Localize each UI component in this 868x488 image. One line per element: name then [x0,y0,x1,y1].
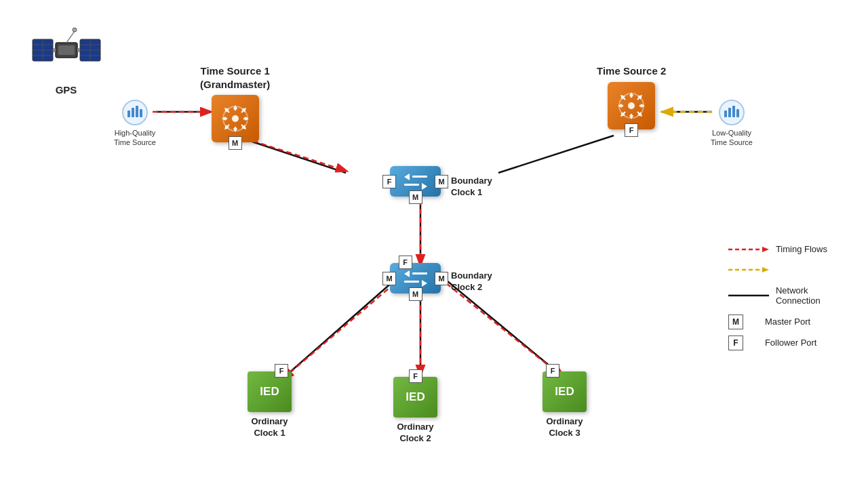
ts1-sync-icon [220,104,250,134]
bc1-box: F M M [390,166,441,197]
svg-line-11 [283,283,395,378]
svg-marker-76 [762,247,769,252]
ts2-f-port: F [625,123,638,137]
hq-signal-label: High-QualityTime Source [114,128,156,148]
bc2-label: BoundaryClock 2 [451,270,492,293]
bc2-m-port-bottom: M [409,287,422,301]
legend-solid-line [728,291,769,300]
svg-rect-27 [77,48,80,52]
legend-timing-flows-label: Timing Flows [776,244,827,254]
legend-follower-port: F Follower Port [728,338,827,348]
boundary-clock-1-node: F M M BoundaryClock 1 [390,166,441,197]
svg-rect-34 [140,109,142,117]
diagram-container: GPS High-QualityTime Source Low-QualityT… [0,0,868,488]
gps-label: GPS [56,83,77,97]
ied-oc1-label: OrdinaryClock 1 [251,416,288,439]
lq-signal-icon [719,100,745,125]
bc2-f-port-top: F [399,256,412,269]
svg-rect-32 [132,108,134,117]
bc1-icon [404,174,427,190]
bc1-m-port-right: M [435,175,448,188]
svg-rect-26 [53,48,56,52]
ied-oc3-box-label: IED [555,385,574,399]
bc1-label: BoundaryClock 1 [451,176,492,199]
legend: Timing Flows NetworkConnection [728,244,827,359]
ied-oc3-label: OrdinaryClock 3 [546,416,583,439]
ied-oc1-node: IED F OrdinaryClock 1 [248,371,292,439]
bc2-m-port-right: M [435,272,448,285]
bc1-f-port-left: F [382,175,396,188]
ied-oc3-node: IED F OrdinaryClock 3 [542,371,587,439]
legend-yellow-dashed-line [728,265,769,274]
legend-yellow-flows [728,265,827,274]
lq-signal-node: Low-QualityTime Source [711,100,753,148]
gps-satellite-node: GPS [27,19,105,97]
ied-oc1-box: IED F [248,371,292,412]
ied-oc2-box: IED F [393,377,437,418]
svg-rect-31 [127,110,130,117]
hq-signal-icon [122,100,148,125]
satellite-icon [27,19,105,83]
ied-oc3-f-port: F [546,364,559,378]
legend-network-connection: NetworkConnection [728,285,827,306]
ied-oc2-f-port: F [409,369,422,383]
svg-rect-38 [736,109,739,117]
bc1-m-port-bottom: M [409,190,422,204]
svg-point-74 [628,102,635,109]
ied-oc2-node: IED F OrdinaryClock 2 [393,377,437,445]
svg-rect-37 [732,106,735,117]
ts2-sync-icon [616,91,646,121]
svg-rect-35 [724,110,727,117]
svg-marker-78 [762,267,769,272]
legend-master-port: M Master Port [728,317,827,327]
svg-rect-36 [728,108,731,117]
ied-oc1-box-label: IED [260,385,279,399]
svg-rect-30 [58,45,75,55]
ied-oc2-label: OrdinaryClock 2 [397,422,433,445]
time-source-1-node: Time Source 1(Grandmaster) [200,64,270,142]
legend-follower-port-icon: F [728,338,749,348]
svg-line-3 [498,136,614,173]
bc2-m-port-left: M [382,272,396,285]
svg-line-28 [66,31,75,43]
bc2-icon [404,270,427,287]
time-source-2-label: Time Source 2 [597,64,666,78]
hq-signal-node: High-QualityTime Source [114,100,156,148]
legend-master-port-icon: M [728,317,749,327]
time-source-1-label: Time Source 1(Grandmaster) [200,64,270,91]
legend-master-port-label: Master Port [765,317,810,327]
legend-red-dashed-line [728,245,769,254]
ied-oc3-box: IED F [542,371,587,412]
legend-network-label: NetworkConnection [776,285,821,306]
time-source-1-box: M [212,95,259,142]
lq-signal-label: Low-QualityTime Source [711,128,753,148]
svg-point-29 [73,28,77,32]
time-source-2-node: Time Source 2 [597,64,666,129]
ts1-m-port: M [229,136,242,150]
time-source-2-box: F [608,82,655,129]
ied-oc2-box-label: IED [406,390,425,404]
svg-rect-33 [136,106,138,117]
bc2-box: F M M M [390,263,441,293]
svg-line-5 [281,281,393,380]
legend-follower-port-label: Follower Port [765,338,817,348]
svg-point-56 [232,115,239,122]
ied-oc1-f-port: F [275,364,288,378]
legend-timing-flows: Timing Flows [728,244,827,254]
boundary-clock-2-node: F M M M BoundaryClock 2 [390,263,441,293]
